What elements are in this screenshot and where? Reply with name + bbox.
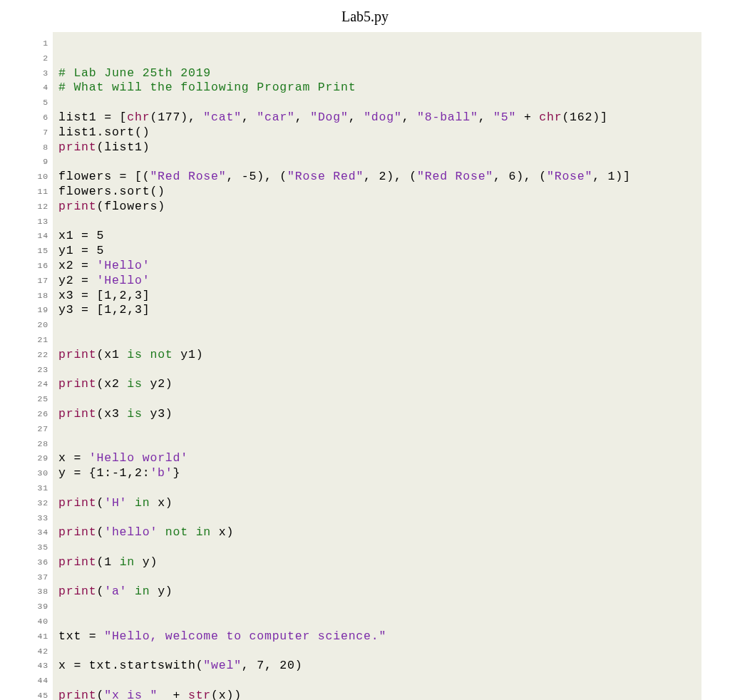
line-number: 41 — [29, 629, 48, 644]
line-number: 36 — [29, 555, 48, 570]
code-token: 'Hello' — [97, 274, 150, 287]
code-token: (x3 — [97, 407, 128, 421]
line-number: 39 — [29, 599, 48, 614]
code-line — [58, 36, 694, 51]
line-number: 13 — [29, 215, 48, 230]
code-token: (flowers) — [97, 200, 165, 213]
code-token: + — [158, 689, 188, 700]
code-token: # Lab June 25th 2019 — [58, 66, 211, 80]
code-token: (x1 — [97, 348, 128, 361]
code-token: print — [58, 200, 97, 213]
code-line — [58, 96, 694, 110]
code-token: y1 = 5 — [58, 244, 104, 257]
code-token: y1) — [173, 348, 204, 361]
code-token: } — [173, 466, 181, 480]
line-number: 7 — [29, 125, 48, 140]
code-token: y2 = — [58, 274, 97, 287]
code-line: print("x is " + str(x)) — [58, 689, 694, 700]
code-line: x1 = 5 — [58, 229, 694, 244]
code-token: flowers.sort() — [58, 185, 165, 198]
line-number: 34 — [29, 525, 48, 540]
code-token: "5" — [493, 110, 516, 124]
line-number: 6 — [29, 110, 48, 125]
code-line: # Lab June 25th 2019 — [58, 66, 694, 81]
code-token: flowers = [( — [58, 170, 150, 183]
line-number: 29 — [29, 451, 48, 466]
code-line: y3 = [1,2,3] — [58, 303, 694, 318]
code-token: print — [58, 348, 97, 361]
code-token: in — [135, 585, 150, 598]
code-token: , — [402, 110, 417, 124]
code-token — [158, 525, 165, 539]
code-token: 'hello' — [104, 525, 158, 539]
code-token: y3) — [143, 407, 173, 421]
code-line — [58, 481, 694, 496]
code-token — [127, 585, 135, 598]
code-token: x2 = — [58, 259, 97, 272]
code-token: list1 = [ — [58, 110, 127, 124]
line-number: 1 — [29, 36, 48, 51]
code-line — [58, 437, 694, 452]
code-token: str — [188, 689, 211, 700]
code-line: flowers = [("Red Rose", -5), ("Rose Red"… — [58, 170, 694, 185]
code-line: # What will the following Program Print — [58, 81, 694, 96]
code-line: print(x2 is y2) — [58, 377, 694, 392]
code-token: ( — [97, 585, 105, 598]
code-token: is — [127, 407, 142, 421]
code-token: "Red Rose" — [150, 170, 226, 183]
line-number: 5 — [29, 96, 48, 110]
code-token: x3 = [1,2,3] — [58, 289, 150, 302]
code-token: ( — [97, 496, 105, 510]
code-token: x = txt.startswith( — [58, 659, 203, 672]
code-token: "8-ball" — [417, 110, 478, 124]
code-line: print(list1) — [58, 140, 694, 155]
line-number: 26 — [29, 407, 48, 422]
line-number: 21 — [29, 333, 48, 348]
code-line: print(x3 is y3) — [58, 407, 694, 422]
code-line — [58, 422, 694, 437]
code-line — [58, 215, 694, 230]
code-token: , — [478, 110, 493, 124]
code-token: y) — [135, 555, 158, 569]
code-line: txt = "Hello, welcome to computer scienc… — [58, 629, 694, 644]
code-line — [58, 333, 694, 348]
code-token: is — [127, 377, 142, 391]
line-number: 8 — [29, 140, 48, 155]
code-line: x = txt.startswith("wel", 7, 20) — [58, 659, 694, 674]
code-token: , 1)] — [592, 170, 631, 183]
code-token: "Rose Red" — [287, 170, 364, 183]
code-line: print(flowers) — [58, 200, 694, 215]
code-token: chr — [539, 110, 562, 124]
code-token: "wel" — [203, 659, 242, 672]
line-number: 37 — [29, 570, 48, 585]
code-token: print — [58, 140, 97, 154]
code-line: list1 = [chr(177), "cat", "car", "Dog", … — [58, 110, 694, 125]
line-number: 4 — [29, 81, 48, 96]
code-token: 'Hello world' — [89, 451, 188, 465]
line-number: 14 — [29, 229, 48, 244]
code-token: y = {1:-1,2: — [58, 466, 150, 480]
code-line — [58, 155, 694, 170]
code-line — [58, 540, 694, 555]
code-token: print — [58, 407, 97, 421]
code-token: , 6), ( — [493, 170, 547, 183]
code-line — [58, 363, 694, 378]
line-number: 17 — [29, 274, 48, 289]
line-number: 31 — [29, 481, 48, 496]
code-line: y1 = 5 — [58, 244, 694, 259]
line-number: 10 — [29, 170, 48, 185]
code-token: not in — [165, 525, 211, 539]
code-token: # What will the following Program Print — [58, 81, 356, 94]
line-number: 11 — [29, 185, 48, 200]
code-token: "Rose" — [547, 170, 592, 183]
code-line: print('a' in y) — [58, 585, 694, 599]
line-number: 19 — [29, 303, 48, 318]
code-body: # Lab June 25th 2019# What will the foll… — [53, 32, 701, 700]
code-token: "Dog" — [310, 110, 349, 124]
line-number: 43 — [29, 659, 48, 674]
line-number: 25 — [29, 392, 48, 407]
line-number: 38 — [29, 585, 48, 599]
line-number: 45 — [29, 689, 48, 700]
code-token: (1 — [97, 555, 120, 569]
code-token: , -5), ( — [226, 170, 287, 183]
